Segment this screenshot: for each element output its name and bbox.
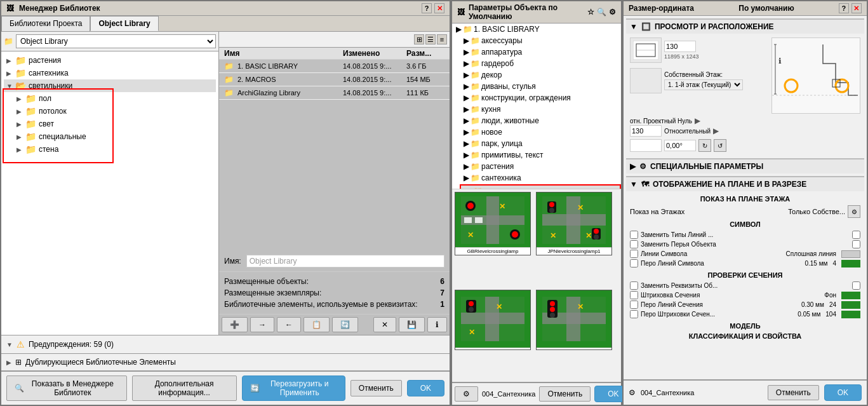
tree-santehnika-m[interactable]: ▶ 📁 сантехника (460, 172, 621, 184)
list-view-button[interactable]: ☰ (425, 34, 436, 44)
section-icon: ⚙ (639, 162, 646, 171)
cb-pen-hatch[interactable] (630, 310, 638, 318)
move-right-button[interactable]: → (250, 317, 274, 332)
tree-aksessuary[interactable]: ▶ 📁 аксессуары (460, 35, 621, 46)
middle-tree: ▶ 📁 1. BASIC LIBRARY ▶ 📁 аксессуары ▶ 📁 … (452, 24, 621, 189)
cancel-button[interactable]: Отменить (351, 380, 402, 396)
thumbnail-jpn[interactable]: ✕ ✕ ✕ JPNlevelcrossinglamp1 (536, 192, 612, 255)
tree-item-santehnika[interactable]: ▶ 📁 сантехника (4, 67, 216, 79)
help-button-right[interactable]: ? (839, 3, 849, 13)
close-button-right[interactable]: ✕ (851, 3, 862, 13)
move-left-button[interactable]: ← (277, 317, 301, 332)
tree-apparatura[interactable]: ▶ 📁 аппаратура (460, 46, 621, 58)
middle-settings-button[interactable]: ⚙ (455, 386, 478, 402)
tree-label: стена (39, 145, 58, 154)
angle-input[interactable] (664, 140, 696, 151)
tree-novoe[interactable]: ▶ 📁 новое (460, 126, 621, 138)
name-input[interactable] (246, 255, 444, 267)
etaj-select[interactable]: 1. 1-й этаж (Текущий) (664, 79, 743, 90)
angle-btn-1[interactable]: ↻ (698, 139, 711, 152)
cb-replace-lines[interactable] (630, 231, 638, 239)
preview-thumbnail-2 (630, 68, 662, 93)
thumbnail-3[interactable]: ✕ ✕ (455, 290, 531, 350)
cb-replace-lines-2[interactable] (852, 231, 860, 239)
tree-dekor[interactable]: ▶ 📁 декор (460, 69, 621, 81)
tree-svetilniki-m[interactable]: ▼ 📂 светильники (461, 186, 620, 189)
cb-replace-reqs-2[interactable] (852, 281, 860, 290)
add-button[interactable]: ➕ (222, 317, 248, 332)
tree-park[interactable]: ▶ 📁 парк, улица (460, 138, 621, 149)
tree-basic-library[interactable]: ▶ 📁 1. BASIC LIBRARY (452, 24, 621, 35)
section-header-special[interactable]: ▶ ⚙ СПЕЦИАЛЬНЫЕ ПАРАМЕТРЫ (626, 159, 864, 173)
item-label: диваны, стулья (481, 82, 536, 91)
cb-replace-pens[interactable] (630, 240, 638, 248)
copy-button[interactable]: 📋 (304, 317, 330, 332)
settings-icon[interactable]: ⚙ (609, 8, 616, 17)
file-row-archi[interactable]: 📁 ArchiGlazing Library 14.08.2015 9:... … (219, 86, 450, 100)
detail-view-button[interactable]: ≡ (437, 34, 447, 44)
fav-icon[interactable]: ☆ (587, 8, 594, 17)
tree-item-pol[interactable]: ▶ 📁 пол (14, 92, 216, 105)
show-etaj-label: Показ на Этажах (630, 208, 785, 215)
thumbnail-4[interactable]: ✕ (536, 290, 612, 350)
tab-object-library[interactable]: Object Library (90, 16, 158, 31)
library-select[interactable]: Object Library (16, 34, 216, 48)
tree-primitivy[interactable]: ▶ 📁 примитивы, текст (460, 149, 621, 161)
info-row-instances: Размещенные экземпляры: 7 (224, 288, 444, 297)
additional-info-button[interactable]: Дополнительная информация... (132, 376, 237, 401)
show-in-manager-button[interactable]: 🔍 Показать в Менеджере Библиотек (6, 376, 127, 401)
grid-view-button[interactable]: ⊞ (414, 34, 424, 44)
tree-item-stena[interactable]: ▶ 📁 стена (14, 143, 216, 156)
reload-button[interactable]: 🔄 Перезагрузить и Применить (242, 376, 345, 401)
save-button[interactable]: 💾 (399, 317, 425, 332)
cb-pen-section-lines[interactable] (630, 301, 638, 309)
tab-libraries-project[interactable]: Библиотеки Проекта (1, 16, 90, 31)
show-icon: 🔍 (15, 384, 24, 393)
refresh-button[interactable]: 🔄 (332, 317, 358, 332)
right-cancel-button[interactable]: Отменить (768, 385, 819, 400)
section-icon: 🔲 (641, 22, 651, 31)
val-input[interactable] (630, 125, 662, 137)
tree-item-svet[interactable]: ▶ 📁 свет (14, 118, 216, 130)
tree-item-svetilniki[interactable]: ▼ 📂 светильники (4, 79, 216, 92)
section-header-preview[interactable]: ▼ 🔲 ПРОСМОТР И РАСПОЛОЖЕНИЕ (626, 20, 864, 34)
cb-hatch-section[interactable] (630, 291, 638, 299)
angle-btn-2[interactable]: ↺ (714, 139, 726, 152)
search-icon[interactable]: 🔍 (597, 8, 606, 17)
angle-control (630, 139, 662, 152)
tree-item-potolok[interactable]: ▶ 📁 потолок (14, 105, 216, 118)
file-row-macros[interactable]: 📁 2. MACROS 14.08.2015 9:... 154 МБ (219, 73, 450, 86)
tree-divany[interactable]: ▶ 📁 диваны, стулья (460, 81, 621, 92)
delete-button[interactable]: ✕ (373, 317, 396, 332)
ok-button[interactable]: OK (407, 380, 444, 396)
cb-pen-lines[interactable] (630, 259, 638, 267)
warning-header[interactable]: ▼ ⚠ Предупреждения: 59 (0) (6, 339, 444, 349)
close-button[interactable]: ✕ (434, 3, 444, 13)
tree-rasteniya-m[interactable]: ▶ 📁 растения (460, 161, 621, 172)
middle-cancel-button[interactable]: Отменить (539, 386, 591, 402)
library-dropdown[interactable]: 📁 Object Library (1, 32, 218, 51)
file-row-basic[interactable]: 📁 1. BASIC LIBRARY 14.08.2015 9:... 3.6 … (219, 60, 450, 73)
tree-konstruktsii[interactable]: ▶ 📁 конструкции, ограждения (460, 92, 621, 104)
class-title: КЛАССИФИКАЦИЯ И СВОЙСТВА (630, 332, 860, 340)
panel-icon: 🖼 (6, 4, 14, 13)
cb-lines-symbol[interactable] (630, 250, 638, 258)
show-etaj-btn[interactable]: ⚙ (848, 205, 860, 218)
tree-kuhnya[interactable]: ▶ 📁 кухня (460, 104, 621, 115)
width-input[interactable] (664, 41, 696, 52)
tree-item-specialnye[interactable]: ▶ 📁 специальные (14, 130, 216, 143)
folder-icon: 📁 (224, 75, 234, 84)
tree-garderob[interactable]: ▶ 📁 гардероб (460, 58, 621, 69)
info-button[interactable]: ℹ (427, 317, 447, 332)
cb-replace-reqs[interactable] (630, 281, 638, 290)
right-ok-button[interactable]: OK (824, 384, 862, 401)
cb-replace-pens-2[interactable] (852, 240, 860, 248)
tree-label: свет (39, 119, 54, 128)
section-header-display[interactable]: ▼ 🗺 ОТОБРАЖЕНИЕ НА ПЛАНЕ И В РАЗРЕЗЕ (626, 177, 864, 191)
tree-lyudi[interactable]: ▶ 📁 люди, животные (460, 115, 621, 126)
thumbnail-gbr[interactable]: ✕ ✕ GBRlevelcrossinglamp (455, 192, 531, 255)
section-label: ОТОБРАЖЕНИЕ НА ПЛАНЕ И В РАЗРЕЗЕ (653, 180, 806, 189)
tree-item-rasteniya[interactable]: ▶ 📁 растения (4, 54, 216, 67)
help-button[interactable]: ? (422, 3, 432, 13)
duplicates-header[interactable]: ▶ ⊞ Дублирующиеся Библиотечные Элементы (6, 358, 444, 367)
